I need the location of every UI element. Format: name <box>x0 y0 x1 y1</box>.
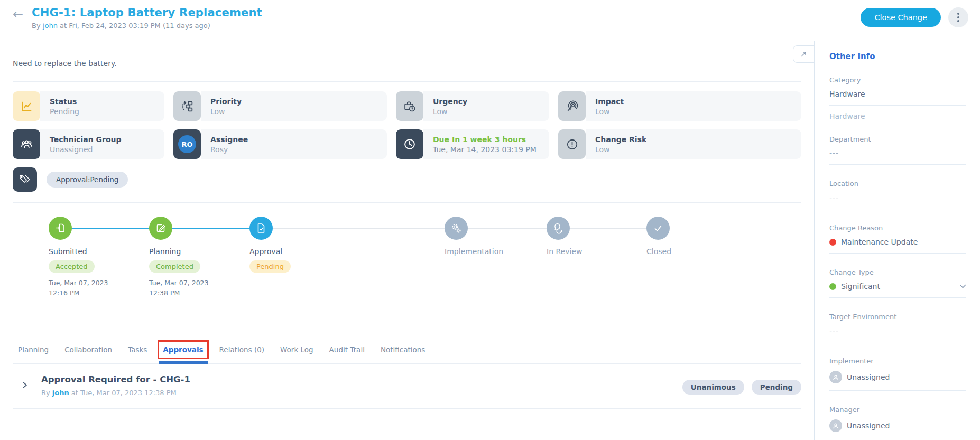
field-label-change-type: Change Type <box>829 268 966 276</box>
card-value: Rosy <box>210 145 387 154</box>
workflow-timeline: Submitted Accepted Tue, Mar 07, 2023 12:… <box>13 217 801 329</box>
manager-value[interactable]: Unassigned <box>829 419 966 432</box>
briefcase-clock-icon <box>396 91 423 121</box>
chevron-down-icon[interactable] <box>959 284 966 288</box>
clock-icon <box>396 129 423 159</box>
card-label: Assignee <box>210 135 387 144</box>
card-label: Impact <box>595 97 801 106</box>
field-label-implementer: Implementer <box>829 357 966 365</box>
approval-byline: By john at Tue, Mar 07, 2023 12:38 PM <box>41 389 190 397</box>
back-arrow-icon[interactable]: ← <box>13 6 23 30</box>
more-options-button[interactable] <box>948 7 968 27</box>
timeline-stage-implementation: Implementation <box>445 217 528 256</box>
impact-target-icon <box>558 91 586 121</box>
location-value[interactable]: --- <box>829 193 966 202</box>
change-risk-card[interactable]: Change RiskLow <box>558 129 801 159</box>
stage-date: Tue, Mar 07, 2023 12:38 PM <box>149 278 229 298</box>
approval-title: Approval Required for - CHG-1 <box>41 375 190 385</box>
timeline-stage-in-review: In Review <box>547 217 630 256</box>
tab-notifications[interactable]: Notifications <box>381 345 426 354</box>
divider <box>13 81 801 82</box>
category-value[interactable]: Hardware <box>829 90 966 98</box>
divider <box>13 202 801 203</box>
stage-label: In Review <box>547 247 630 256</box>
department-value[interactable]: --- <box>829 149 966 157</box>
page-header: ← CHG-1: Laptop Battery Replacement By j… <box>0 0 980 41</box>
technician-group-card[interactable]: Technician GroupUnassigned <box>13 129 164 159</box>
line-chart-icon <box>13 91 40 121</box>
workflow-icon <box>173 91 201 121</box>
card-label: Technician Group <box>50 135 164 144</box>
tag-approval-pending[interactable]: Approval:Pending <box>47 172 128 188</box>
collapse-panel-button[interactable] <box>793 45 814 63</box>
stage-date: Tue, Mar 07, 2023 12:16 PM <box>49 278 129 298</box>
tab-approvals[interactable]: Approvals <box>163 345 203 354</box>
stage-label: Approval <box>249 247 333 256</box>
stage-badge: Accepted <box>49 260 95 273</box>
card-value: Pending <box>50 107 164 116</box>
divider <box>829 253 966 254</box>
active-tab-underline <box>159 361 207 364</box>
tab-collaboration[interactable]: Collaboration <box>64 345 112 354</box>
approval-list-item[interactable]: Approval Required for - CHG-1 By john at… <box>13 364 801 409</box>
author-link[interactable]: john <box>43 22 58 30</box>
byline-suffix: at Tue, Mar 07, 2023 12:38 PM <box>71 389 177 397</box>
implementer-value[interactable]: Unassigned <box>829 371 966 383</box>
byline-suffix: at Fri, Feb 24, 2023 03:19 PM (11 days a… <box>60 22 210 30</box>
urgency-card[interactable]: UrgencyLow <box>396 91 549 121</box>
change-type-select[interactable]: Significant <box>829 282 966 291</box>
chevron-right-icon[interactable] <box>21 381 29 389</box>
tab-relations[interactable]: Relations (0) <box>219 345 264 354</box>
tab-planning[interactable]: Planning <box>18 345 49 354</box>
stage-label: Implementation <box>445 247 528 256</box>
alert-circle-icon <box>558 129 586 159</box>
author-link[interactable]: john <box>52 389 69 397</box>
field-label-change-reason: Change Reason <box>829 224 966 232</box>
tab-work-log[interactable]: Work Log <box>280 345 313 354</box>
tab-tasks[interactable]: Tasks <box>128 345 147 354</box>
chat-bubbles-icon <box>547 217 570 240</box>
due-label: Due In 1 week 3 hours <box>433 135 549 144</box>
field-label-category: Category <box>829 76 966 84</box>
stage-badge: Pending <box>249 260 291 273</box>
green-dot-icon <box>829 283 836 290</box>
close-change-button[interactable]: Close Change <box>861 8 941 27</box>
status-card[interactable]: StatusPending <box>13 91 164 121</box>
card-value: Unassigned <box>50 145 164 154</box>
target-environment-value[interactable]: --- <box>829 326 966 335</box>
divider <box>829 209 966 209</box>
impact-card[interactable]: ImpactLow <box>558 91 801 121</box>
divider <box>829 390 966 391</box>
byline-prefix: By <box>41 389 50 397</box>
other-info-sidebar: Other Info Category Hardware Hardware De… <box>814 41 980 440</box>
priority-card[interactable]: PriorityLow <box>173 91 387 121</box>
change-reason-value[interactable]: Maintenance Update <box>829 238 966 246</box>
divider <box>829 342 966 342</box>
manager-text: Unassigned <box>847 422 890 430</box>
timeline-stage-planning: Planning Completed Tue, Mar 07, 2023 12:… <box>149 217 233 298</box>
change-type-text: Significant <box>841 282 880 291</box>
approval-type-badge: Unanimous <box>682 380 744 395</box>
tab-approvals-label: Approvals <box>163 345 203 354</box>
gears-icon <box>445 217 468 240</box>
page-title: CHG-1: Laptop Battery Replacement <box>32 6 262 19</box>
divider <box>829 105 966 106</box>
tab-audit-trail[interactable]: Audit Trail <box>329 345 365 354</box>
stage-label: Planning <box>149 247 233 256</box>
stage-label: Closed <box>646 247 730 256</box>
assignee-avatar: RO <box>173 129 201 159</box>
card-value: Low <box>595 145 801 154</box>
card-label: Priority <box>210 97 387 106</box>
card-value: Low <box>433 107 549 116</box>
tags-icon <box>13 167 37 192</box>
due-date-card[interactable]: Due In 1 week 3 hoursTue, Mar 14, 2023 0… <box>396 129 549 159</box>
person-avatar-icon <box>829 419 842 432</box>
field-label-department: Department <box>829 135 966 143</box>
change-reason-text: Maintenance Update <box>841 238 918 246</box>
assignee-card[interactable]: RO AssigneeRosy <box>173 129 387 159</box>
byline-prefix: By <box>32 22 41 30</box>
subcategory-value[interactable]: Hardware <box>829 112 966 120</box>
person-avatar-icon <box>829 371 842 383</box>
approval-status-badge: Pending <box>752 380 801 395</box>
detail-tabs: Planning Collaboration Tasks Approvals R… <box>13 337 801 364</box>
